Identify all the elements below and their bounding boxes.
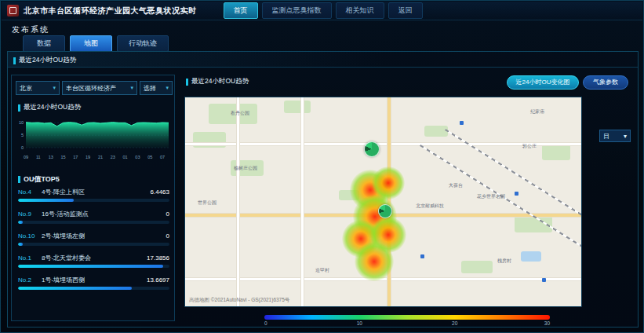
top-list-row: No.18号-北天堂村委会17.3856 [18, 254, 169, 268]
app-title: 北京市丰台区循环经济产业园大气恶臭状况实时 [24, 5, 197, 16]
map-place-label: 造甲村 [315, 267, 329, 274]
chevron-down-icon: ▾ [53, 85, 56, 91]
map-place-label: 郭公庄 [522, 143, 537, 150]
rank-label: No.9 [18, 210, 42, 218]
legend-tick: 30 [544, 320, 550, 326]
station-name: 2号-填埋场左侧 [42, 232, 163, 240]
top-row-text: No.102号-填埋场左侧0 [18, 232, 169, 240]
map-road [237, 97, 239, 306]
panel-title: 最近24小时OU趋势 [13, 56, 76, 65]
panel-header-strip [8, 52, 638, 68]
app-logo-icon [7, 5, 19, 16]
svg-text:13: 13 [49, 155, 53, 159]
legend-tick: 20 [452, 320, 457, 326]
filter-select[interactable]: 北京▾ [16, 81, 60, 95]
top-list-row: No.21号-填埋场西侧13.6697 [18, 276, 169, 290]
svg-text:0: 0 [21, 145, 24, 150]
metro-station-icon [542, 278, 546, 282]
metro-station-icon [515, 192, 518, 196]
nav-item[interactable]: 首页 [224, 2, 258, 19]
tab[interactable]: 地图 [70, 35, 112, 52]
ou-trend-chart: 0510091113151719212301030507 [13, 112, 173, 170]
progress-bar [18, 199, 74, 202]
map-canvas[interactable]: 看丹公园榆树庄公园世界公园纪家庙郭公庄大葆台北京耐威科技花乡世界名园槐房村造甲村… [184, 97, 582, 307]
legend-ticks: 0102030 [264, 320, 550, 328]
ou-change-chart-button[interactable]: 近24小时OU变化图 [507, 75, 579, 90]
ou-value: 13.6697 [147, 276, 169, 284]
top5-title: OU值TOP5 [18, 174, 60, 185]
progress-track [18, 287, 169, 290]
top-row-text: No.44号-降尘上料区6.4463 [18, 188, 169, 196]
svg-text:5: 5 [21, 133, 24, 137]
heatmap-blob [355, 242, 394, 281]
tab[interactable]: 数据 [23, 35, 65, 52]
ou-value: 0 [166, 210, 169, 218]
top-list-row: No.916号-活动监测点0 [18, 210, 169, 224]
rank-label: No.1 [18, 254, 42, 262]
legend-tick: 0 [264, 320, 267, 326]
weather-params-button[interactable]: 气象参数 [583, 75, 628, 90]
rank-label: No.2 [18, 276, 42, 284]
map-place-label: 大葆台 [449, 182, 463, 189]
select-value: 北京 [20, 84, 32, 93]
station-name: 8号-北天堂村委会 [42, 254, 144, 262]
top-row-text: No.916号-活动监测点0 [18, 210, 169, 218]
map-place-label: 看丹公园 [231, 110, 249, 117]
svg-text:15: 15 [60, 155, 65, 159]
filter-selects: 北京▾丰台区循环经济产▾选择▾ [16, 81, 173, 95]
progress-track [18, 221, 169, 224]
top5-list: No.44号-降尘上料区6.4463No.916号-活动监测点0No.102号-… [18, 188, 169, 298]
map-park-area [424, 126, 448, 137]
metro-station-icon [460, 121, 464, 125]
monitor-point-pie-marker[interactable] [378, 204, 392, 218]
system-label: 发布系统 [12, 24, 49, 35]
svg-text:10: 10 [19, 120, 24, 125]
map-water-area [521, 251, 541, 262]
title-accent-icon [18, 104, 20, 112]
map-park-area [284, 101, 311, 113]
heatmap-legend: 0102030 [264, 315, 550, 328]
tab[interactable]: 行动轨迹 [117, 35, 169, 52]
svg-text:09: 09 [24, 155, 28, 159]
period-select[interactable]: 日 ▾ [599, 130, 631, 142]
monitor-point-pie-marker[interactable] [364, 141, 380, 157]
left-panel: 北京▾丰台区循环经济产▾选择▾ 最近24小时OU趋势 0510091113151… [11, 75, 175, 321]
view-tabs: 数据地图行动轨迹 [23, 35, 169, 52]
title-accent-icon [186, 79, 188, 86]
top-header: 北京市丰台区循环经济产业园大气恶臭状况实时 首页监测点恶臭指数相关知识返回 [2, 2, 642, 20]
ou-value: 6.4463 [151, 188, 169, 196]
chevron-down-icon: ▾ [130, 85, 133, 91]
svg-text:03: 03 [135, 155, 140, 159]
filter-select[interactable]: 丰台区循环经济产▾ [62, 81, 137, 95]
map-place-label: 世界公园 [198, 199, 216, 207]
chevron-down-icon: ▾ [624, 133, 627, 140]
main-nav: 首页监测点恶臭指数相关知识返回 [224, 2, 423, 19]
svg-text:07: 07 [160, 155, 165, 159]
filter-select[interactable]: 选择▾ [140, 81, 173, 95]
progress-bar [18, 287, 132, 290]
map-road [301, 97, 304, 306]
progress-bar [18, 265, 163, 268]
svg-text:19: 19 [86, 155, 90, 159]
map-place-label: 榆树庄公园 [234, 165, 257, 172]
period-select-value: 日 [603, 132, 609, 141]
map-park-area [542, 145, 570, 160]
chevron-down-icon: ▾ [166, 85, 169, 91]
progress-track [18, 199, 169, 202]
svg-text:01: 01 [123, 155, 128, 159]
station-name: 4号-降尘上料区 [42, 188, 147, 196]
map-attribution: 高德地图 ©2021AutoNavi - GS(2021)6375号 [189, 297, 289, 304]
map-park-area [461, 261, 493, 273]
map-place-label: 花乡世界名园 [477, 193, 505, 200]
nav-item[interactable]: 相关知识 [336, 2, 384, 19]
metro-station-icon [420, 254, 424, 258]
top-row-text: No.18号-北天堂村委会17.3856 [18, 254, 169, 262]
nav-item[interactable]: 返回 [388, 2, 423, 19]
map-place-label: 北京耐威科技 [416, 203, 444, 210]
station-name: 16号-活动监测点 [42, 210, 163, 218]
title-accent-icon [13, 57, 16, 64]
svg-text:23: 23 [111, 155, 115, 159]
progress-bar [18, 243, 23, 246]
nav-item[interactable]: 监测点恶臭指数 [262, 2, 332, 19]
legend-tick: 10 [357, 320, 362, 326]
